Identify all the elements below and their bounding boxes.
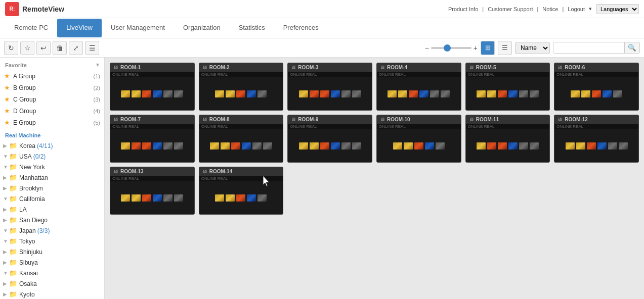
tree-item-san-diego[interactable]: ▶ 📁 San Diego xyxy=(0,215,104,225)
room-card-room-3[interactable]: 🖥 ROOM-3 ONLINE REAL xyxy=(287,63,372,111)
logo-area: R: RemoteView xyxy=(5,2,64,16)
room-card-room-1[interactable]: 🖥 ROOM-1 ONLINE REAL xyxy=(110,63,195,111)
mini-icon-3 xyxy=(508,90,518,97)
sidebar-item-c-group[interactable]: ★ C Group (3) xyxy=(0,93,104,105)
zoom-slider-track[interactable] xyxy=(431,47,471,49)
room-name-room-4: ROOM-4 xyxy=(387,65,407,70)
room-card-room-13[interactable]: 🖥 ROOM-13 ONLINE REAL xyxy=(110,167,195,215)
zoom-minus[interactable]: − xyxy=(425,44,429,52)
favorite-toggle[interactable]: ▾ xyxy=(96,62,99,68)
star-icon-b: ★ xyxy=(4,84,10,91)
sidebar-item-a-group[interactable]: ★ A Group (1) xyxy=(0,70,104,82)
room-card-room-11[interactable]: 🖥 ROOM-11 ONLINE REAL xyxy=(465,115,550,163)
mini-icon-2 xyxy=(592,90,601,97)
favorite-label: Favorite xyxy=(5,62,27,68)
room-card-room-8[interactable]: 🖥 ROOM-8 ONLINE REAL xyxy=(199,115,284,163)
mini-icon-0 xyxy=(477,90,486,97)
logout-link[interactable]: Logout xyxy=(568,6,585,12)
tree-item-osaka[interactable]: ▶ 📁 Osaka xyxy=(0,278,104,289)
sidebar-item-d-group[interactable]: ★ D Group (4) xyxy=(0,105,104,117)
rooms-grid: 🖥 ROOM-1 ONLINE REAL 🖥 ROOM-2 ONLINE REA… xyxy=(110,63,639,215)
tree-item-shinjuku[interactable]: ▶ 📁 Shinjuku xyxy=(0,246,104,257)
sort-select[interactable]: Name Status Group xyxy=(515,42,550,54)
sidebar-item-e-group[interactable]: ★ E Group (5) xyxy=(0,117,104,128)
tree-item-brooklyn[interactable]: ▶ 📁 Brooklyn xyxy=(0,183,104,193)
delete-button[interactable]: 🗑 xyxy=(53,41,67,55)
room-body-room-14 xyxy=(199,181,283,214)
mini-icon-3 xyxy=(419,90,428,97)
kyoto-label: Kyoto xyxy=(19,291,35,298)
mini-icon-4 xyxy=(341,142,351,150)
room-name-room-10: ROOM-10 xyxy=(387,117,410,122)
room-card-room-6[interactable]: 🖥 ROOM-6 ONLINE REAL xyxy=(554,63,639,111)
room-card-room-7[interactable]: 🖥 ROOM-7 ONLINE REAL xyxy=(110,115,195,163)
room-card-room-4[interactable]: 🖥 ROOM-4 ONLINE REAL xyxy=(376,63,461,111)
sidebar-item-b-group[interactable]: ★ B Group (2) xyxy=(0,82,104,93)
room-card-room-9[interactable]: 🖥 ROOM-9 ONLINE REAL xyxy=(287,115,372,163)
tab-statistics[interactable]: Statistics xyxy=(230,19,274,37)
tab-liveview[interactable]: LiveView xyxy=(57,19,102,37)
search-button[interactable]: 🔍 xyxy=(624,42,639,53)
zoom-plus[interactable]: + xyxy=(474,44,478,52)
tree-item-kansai[interactable]: ▼ 📁 Kansai xyxy=(0,268,104,278)
tree-item-japan[interactable]: ▼ 📁 Japan (3/3) xyxy=(0,225,104,236)
tree-item-la[interactable]: ▶ 📁 LA xyxy=(0,204,104,215)
tree-item-sibuya[interactable]: ▶ 📁 Sibuya xyxy=(0,257,104,268)
room-header-room-12: 🖥 ROOM-12 xyxy=(554,115,638,124)
mini-icon-4 xyxy=(257,194,267,202)
notice-link[interactable]: Notice xyxy=(542,6,558,12)
product-info-link[interactable]: Product Info xyxy=(448,6,478,12)
refresh-button[interactable]: ↻ xyxy=(4,41,18,55)
tree-item-california[interactable]: ▼ 📁 California xyxy=(0,193,104,204)
monitor-icon-room-9: 🖥 xyxy=(291,117,296,122)
tab-preferences[interactable]: Preferences xyxy=(274,19,328,37)
grid-view-button[interactable]: ⊞ xyxy=(481,41,495,55)
language-select[interactable]: Languages xyxy=(596,4,639,14)
room-name-room-3: ROOM-3 xyxy=(298,65,318,70)
sibuya-label: Sibuya xyxy=(19,259,38,266)
back-button[interactable]: ↩ xyxy=(36,41,51,55)
room-card-room-2[interactable]: 🖥 ROOM-2 ONLINE REAL xyxy=(199,63,284,111)
san-diego-folder-icon: 📁 xyxy=(9,216,17,224)
room-status-room-14: ONLINE REAL xyxy=(199,176,283,181)
customer-support-link[interactable]: Customer Support xyxy=(488,6,533,12)
room-status-room-1: ONLINE REAL xyxy=(110,72,194,77)
mini-icon-0 xyxy=(121,194,130,202)
mini-icon-1 xyxy=(310,142,319,150)
tree-item-kyoto[interactable]: ▶ 📁 Kyoto xyxy=(0,289,104,299)
room-screen-room-6 xyxy=(554,77,638,110)
sidebar: Favorite ▾ ★ A Group (1) ★ B Group (2) ★… xyxy=(0,58,105,299)
room-card-room-10[interactable]: 🖥 ROOM-10 ONLINE REAL xyxy=(376,115,461,163)
room-icons-room-7 xyxy=(119,140,185,152)
mini-icon-4 xyxy=(163,142,173,150)
mini-icon-5 xyxy=(530,90,539,97)
tree-item-manhattan[interactable]: ▶ 📁 Manhattan xyxy=(0,172,104,183)
menu-button[interactable]: ☰ xyxy=(85,41,99,55)
mini-icon-4 xyxy=(519,90,528,97)
favorite-button[interactable]: ☆ xyxy=(20,41,34,55)
room-screen-room-13 xyxy=(110,181,194,214)
room-card-room-12[interactable]: 🖥 ROOM-12 ONLINE REAL xyxy=(554,115,639,163)
room-icons-room-10 xyxy=(391,140,447,152)
usa-count: (0/2) xyxy=(33,153,46,160)
tab-remote-pc[interactable]: Remote PC xyxy=(5,19,57,37)
mini-icon-1 xyxy=(132,194,141,202)
tree-item-usa[interactable]: ▼ 📁 USA (0/2) xyxy=(0,151,104,162)
tab-user-management[interactable]: User Management xyxy=(102,19,174,37)
tree-item-tokyo[interactable]: ▼ 📁 Tokyo xyxy=(0,236,104,246)
star-icon-e: ★ xyxy=(4,119,10,126)
tree-item-new-york[interactable]: ▼ 📁 New York xyxy=(0,162,104,172)
mini-icon-3 xyxy=(425,142,434,150)
room-status-room-8: ONLINE REAL xyxy=(199,124,283,129)
sibuya-arrow-icon: ▶ xyxy=(3,260,9,265)
tree-item-korea[interactable]: ▶ 📁 Korea (4/11) xyxy=(0,140,104,151)
room-card-room-5[interactable]: 🖥 ROOM-5 ONLINE REAL xyxy=(465,63,550,111)
search-input[interactable] xyxy=(553,43,624,53)
mini-icon-1 xyxy=(576,142,585,150)
tab-organization[interactable]: Organization xyxy=(174,19,230,37)
mini-icon-2 xyxy=(142,90,151,97)
mini-icon-3 xyxy=(331,90,340,97)
room-card-room-14[interactable]: 🖥 ROOM-14 ONLINE REAL xyxy=(199,167,284,215)
move-button[interactable]: ⤢ xyxy=(69,41,83,55)
list-view-button[interactable]: ☰ xyxy=(498,41,512,55)
